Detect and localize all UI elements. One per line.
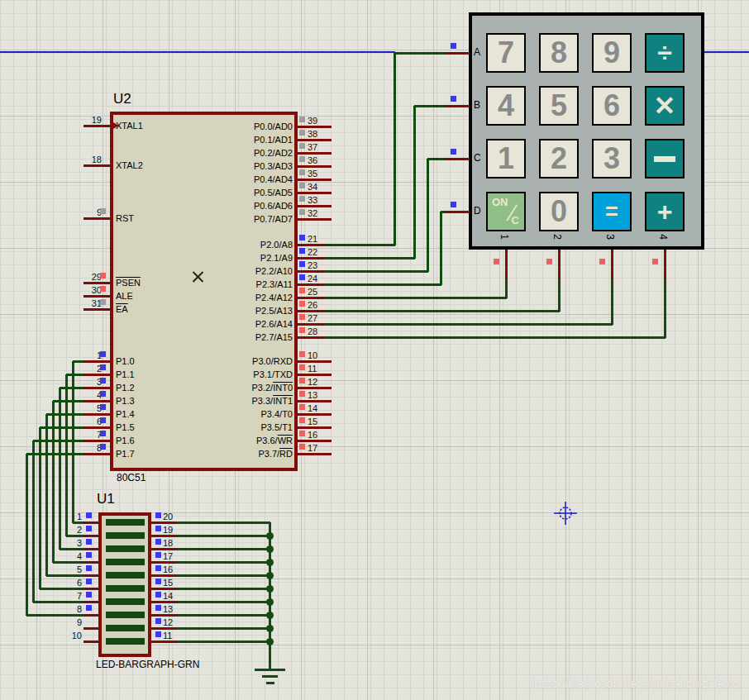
u2-pin-stub[interactable] bbox=[83, 217, 111, 220]
u1-pin-stub[interactable] bbox=[83, 614, 99, 617]
ground-symbol[interactable] bbox=[255, 669, 285, 671]
u2-pin-stub[interactable] bbox=[83, 453, 111, 455]
u2-pin-stub[interactable] bbox=[296, 257, 325, 260]
u2-pin-stub[interactable] bbox=[296, 270, 325, 273]
wire-segment[interactable] bbox=[66, 374, 85, 376]
wire-segment[interactable] bbox=[46, 413, 85, 416]
u2-pin-stub[interactable] bbox=[296, 413, 332, 416]
u2-pin-stub[interactable] bbox=[296, 283, 325, 286]
u1-pin-stub[interactable] bbox=[83, 548, 99, 550]
wire-segment[interactable] bbox=[427, 158, 447, 160]
wire-segment[interactable] bbox=[413, 106, 416, 259]
u2-pin-stub[interactable] bbox=[83, 282, 111, 284]
u2-pin-stub[interactable] bbox=[83, 413, 111, 416]
wire-segment[interactable] bbox=[176, 521, 270, 524]
wire-segment[interactable] bbox=[66, 535, 85, 537]
u2-pin-stub[interactable] bbox=[83, 440, 111, 442]
u1-pin-stub[interactable] bbox=[83, 640, 99, 643]
wire-segment[interactable] bbox=[324, 323, 613, 326]
keypad-col-pin-stub[interactable] bbox=[664, 250, 666, 279]
u2-pin-stub[interactable] bbox=[296, 387, 332, 389]
u2-pin-stub[interactable] bbox=[296, 165, 332, 168]
wire-segment[interactable] bbox=[53, 561, 85, 564]
u2-pin-stub[interactable] bbox=[83, 426, 111, 429]
u2-pin-stub[interactable] bbox=[296, 192, 332, 194]
u2-pin-stub[interactable] bbox=[83, 400, 111, 402]
wire-segment[interactable] bbox=[558, 279, 561, 312]
wire-segment[interactable] bbox=[60, 548, 85, 550]
u1-pin-stub[interactable] bbox=[151, 521, 177, 524]
keypad-row-pin-stub[interactable] bbox=[446, 52, 470, 55]
keypad-button-3[interactable]: 3 bbox=[592, 139, 632, 179]
wire-segment[interactable] bbox=[394, 53, 396, 245]
wire-blue-segment[interactable] bbox=[0, 51, 395, 53]
keypad-button-5[interactable]: 5 bbox=[539, 86, 579, 126]
u2-pin-stub[interactable] bbox=[296, 426, 332, 429]
wire-segment[interactable] bbox=[39, 427, 41, 589]
keypad-button-÷[interactable]: ÷ bbox=[645, 33, 685, 73]
keypad-row-pin-stub[interactable] bbox=[446, 211, 470, 213]
u1-pin-stub[interactable] bbox=[151, 601, 177, 603]
u1-pin-stub[interactable] bbox=[151, 548, 177, 550]
u1-pin-stub[interactable] bbox=[151, 574, 177, 577]
wire-segment[interactable] bbox=[32, 440, 35, 602]
keypad-button-4[interactable]: 4 bbox=[486, 86, 526, 126]
wire-segment[interactable] bbox=[427, 159, 429, 272]
u2-pin-stub[interactable] bbox=[83, 295, 111, 298]
wire-segment[interactable] bbox=[176, 561, 270, 564]
wire-segment[interactable] bbox=[414, 105, 447, 107]
u2-pin-stub[interactable] bbox=[296, 374, 332, 376]
u1-pin-stub[interactable] bbox=[151, 640, 177, 643]
keypad-button-9[interactable]: 9 bbox=[592, 33, 632, 73]
wire-segment[interactable] bbox=[176, 601, 270, 603]
wire-segment[interactable] bbox=[176, 535, 270, 537]
keypad-button-0[interactable]: 0 bbox=[539, 192, 579, 231]
u1-pin-stub[interactable] bbox=[151, 614, 177, 617]
wire-segment[interactable] bbox=[26, 454, 28, 616]
wire-segment[interactable] bbox=[60, 387, 85, 389]
u1-pin-stub[interactable] bbox=[83, 561, 99, 564]
wire-segment[interactable] bbox=[324, 244, 395, 246]
u2-pin-stub[interactable] bbox=[296, 336, 325, 339]
keypad-button-6[interactable]: 6 bbox=[592, 86, 632, 126]
u2-pin-stub[interactable] bbox=[83, 387, 111, 389]
keypad-col-pin-stub[interactable] bbox=[505, 250, 508, 279]
u2-pin-stub[interactable] bbox=[296, 323, 325, 326]
keypad-col-pin-stub[interactable] bbox=[611, 250, 613, 279]
keypad-button-−[interactable] bbox=[645, 139, 685, 179]
keypad-row-pin-stub[interactable] bbox=[446, 105, 470, 107]
u1-pin-stub[interactable] bbox=[151, 561, 177, 564]
u1-pin-stub[interactable] bbox=[83, 601, 99, 603]
wire-segment[interactable] bbox=[269, 641, 271, 670]
wire-segment[interactable] bbox=[324, 283, 441, 286]
u2-pin-stub[interactable] bbox=[83, 308, 111, 311]
u1-pin-stub[interactable] bbox=[83, 627, 99, 630]
u2-pin-stub[interactable] bbox=[296, 205, 332, 207]
keypad-button-2[interactable]: 2 bbox=[539, 139, 579, 179]
wire-segment[interactable] bbox=[46, 574, 85, 577]
keypad-button-1[interactable]: 1 bbox=[486, 139, 526, 179]
wire-segment[interactable] bbox=[26, 453, 85, 455]
keypad-button-=[interactable]: = bbox=[592, 192, 632, 231]
u1-pin-stub[interactable] bbox=[151, 627, 177, 630]
u2-pin-stub[interactable] bbox=[296, 297, 325, 299]
u2-pin-stub[interactable] bbox=[296, 244, 325, 246]
wire-segment[interactable] bbox=[664, 279, 666, 338]
u1-pin-stub[interactable] bbox=[151, 588, 177, 590]
ground-symbol[interactable] bbox=[262, 675, 278, 678]
wire-segment[interactable] bbox=[324, 270, 428, 273]
u2-pin-stub[interactable] bbox=[296, 400, 332, 402]
u2-pin-stub[interactable] bbox=[296, 139, 332, 141]
keypad-button-✕[interactable]: ✕ bbox=[645, 86, 685, 126]
u2-pin-stub[interactable] bbox=[83, 360, 111, 363]
wire-segment[interactable] bbox=[176, 614, 270, 617]
wire-segment[interactable] bbox=[394, 52, 447, 55]
keypad-col-pin-stub[interactable] bbox=[558, 250, 561, 279]
u2-pin-stub[interactable] bbox=[296, 360, 332, 363]
u1-pin-stub[interactable] bbox=[151, 535, 177, 537]
wire-segment[interactable] bbox=[505, 279, 508, 298]
wire-segment[interactable] bbox=[176, 640, 270, 643]
u2-pin-stub[interactable] bbox=[296, 126, 332, 128]
u2-pin-stub[interactable] bbox=[296, 310, 325, 312]
ground-symbol[interactable] bbox=[266, 682, 274, 684]
